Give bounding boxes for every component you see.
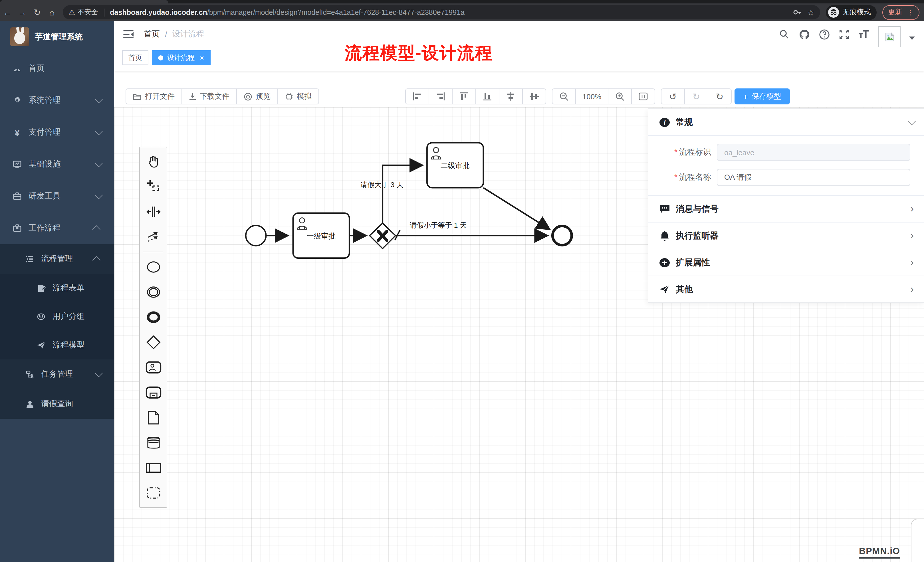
update-label: 更新 [888, 7, 902, 17]
sidebar-item-leave-query[interactable]: 请假查询 [0, 389, 114, 419]
page-header: 首页 / 设计流程 [114, 21, 924, 47]
open-file-button[interactable]: 打开文件 [126, 88, 182, 104]
chevron-down-icon [95, 159, 103, 167]
tab-design-process[interactable]: 设计流程× [152, 50, 210, 65]
reload-icon[interactable]: ↻ [30, 7, 45, 17]
process-name-label: *流程名称 [654, 172, 711, 183]
sidebar-item-process-form[interactable]: 流程表单 [0, 274, 114, 303]
password-key-icon[interactable] [793, 8, 802, 16]
undo-button[interactable]: ↺ [661, 88, 685, 104]
breadcrumb-home[interactable]: 首页 [144, 29, 160, 39]
screen: ← → ↻ ⌂ ⚠不安全 dashboard.yudao.iocoder.cn/… [0, 0, 924, 562]
message-icon [658, 204, 670, 214]
align-bottom-button[interactable] [476, 88, 500, 104]
app-title: 芋道管理系统 [35, 31, 83, 42]
incognito-badge: 无痕模式 [826, 5, 877, 20]
chip-icon [285, 92, 293, 101]
section-message-signal[interactable]: 消息与信号 › [648, 196, 924, 222]
preview-button[interactable]: 预览 [236, 88, 278, 104]
align-right-button[interactable] [429, 88, 453, 104]
process-name-input[interactable] [717, 169, 910, 186]
github-icon[interactable] [798, 28, 810, 40]
back-icon[interactable]: ← [0, 7, 15, 17]
chevron-right-icon: › [910, 257, 914, 268]
chevron-right-icon: › [910, 231, 914, 241]
properties-panel: i 常规 *流程标识 *流程名称 [648, 108, 924, 303]
svg-text:i: i [663, 119, 666, 126]
align-vcenter-button[interactable] [499, 88, 523, 104]
user-task-level2[interactable]: 二级审批 [427, 142, 483, 188]
info-icon: i [658, 117, 670, 127]
sidebar-item-process-model[interactable]: 流程模型 [0, 331, 114, 360]
avatar[interactable] [878, 26, 901, 48]
start-event[interactable] [246, 225, 266, 246]
flow-gateway-to-task2[interactable] [382, 165, 423, 224]
browser-menu-icon[interactable]: ⋮ [907, 9, 914, 15]
app-logo: 芋道管理系统 [0, 21, 114, 52]
zoom-out-button[interactable] [552, 88, 576, 104]
section-execution-listener[interactable]: 执行监听器 › [648, 223, 924, 249]
security-chip[interactable]: ⚠不安全 [69, 7, 98, 17]
simulate-button[interactable]: 模拟 [278, 88, 319, 104]
sidebar-item-workflow[interactable]: 工作流程 [0, 212, 114, 244]
url-bar[interactable]: ⚠不安全 dashboard.yudao.iocoder.cn/bpm/mana… [63, 5, 820, 19]
tab-home[interactable]: 首页 [122, 50, 148, 65]
sidebar-item-home[interactable]: 首页 [0, 52, 114, 84]
process-key-input[interactable] [717, 144, 910, 161]
exclusive-gateway[interactable] [369, 223, 396, 249]
download-file-button[interactable]: 下载文件 [182, 88, 237, 104]
bookmark-star-icon[interactable]: ☆ [807, 8, 814, 17]
align-top-button[interactable] [452, 88, 476, 104]
end-event[interactable] [552, 226, 572, 245]
section-general[interactable]: i 常规 [648, 109, 924, 135]
sidebar-item-task-manage[interactable]: 任务管理 [0, 360, 114, 389]
process-key-label: *流程标识 [654, 147, 711, 157]
section-extended-attrs[interactable]: 扩展属性 › [648, 249, 924, 276]
sidebar-item-user-group[interactable]: 用户分组 [0, 303, 114, 331]
user-task-level1[interactable]: 一级审批 [293, 213, 349, 258]
avatar-dropdown-caret[interactable] [909, 36, 915, 40]
security-label: 不安全 [77, 7, 98, 17]
briefcase-icon [12, 192, 22, 201]
tags-view: 首页 设计流程× [114, 47, 924, 71]
sidebar-item-process-manage[interactable]: 流程管理 [0, 244, 114, 274]
help-icon[interactable] [818, 28, 830, 40]
warning-icon: ⚠ [69, 8, 75, 16]
browser-chrome: ← → ↻ ⌂ ⚠不安全 dashboard.yudao.iocoder.cn/… [0, 0, 924, 21]
download-icon [189, 93, 196, 100]
restart-button[interactable]: ↻ [708, 88, 732, 104]
save-model-button[interactable]: +保存模型 [735, 88, 790, 104]
search-icon[interactable] [778, 28, 790, 40]
briefcase-icon [12, 224, 22, 233]
flow-label-gt3[interactable]: 请假大于 3 天 [360, 181, 404, 189]
align-hcenter-button[interactable] [522, 88, 546, 104]
sidebar-item-devtools[interactable]: 研发工具 [0, 180, 114, 212]
sidebar-collapse-icon[interactable] [123, 30, 134, 39]
align-left-button[interactable] [405, 88, 429, 104]
section-other[interactable]: 其他 › [648, 276, 924, 303]
close-icon[interactable]: × [200, 54, 204, 61]
forward-icon[interactable]: → [15, 7, 30, 17]
sidebar-item-infra[interactable]: 基础设施 [0, 148, 114, 180]
send-icon [658, 284, 670, 294]
chevron-down-icon [908, 117, 916, 125]
url-text[interactable]: dashboard.yudao.iocoder.cn/bpm/manager/m… [110, 8, 789, 16]
flow-label-le1[interactable]: 请假小于等于 1 天 [410, 221, 467, 229]
zoom-in-button[interactable] [608, 88, 632, 104]
browser-update-button[interactable]: 更新 ⋮ [882, 5, 920, 20]
corner-panel-edge [911, 519, 924, 562]
flow-task2-to-end[interactable] [483, 188, 550, 229]
font-size-icon[interactable] [858, 28, 870, 40]
bpmn-canvas[interactable]: 请假大于 3 天 请假小于等于 1 天 一级审批 [114, 107, 924, 562]
zoom-reset-button[interactable] [631, 88, 655, 104]
yen-icon: ¥ [12, 128, 22, 137]
sidebar: 芋道管理系统 首页 系统管理 ¥ 支付管理 基础设施 [0, 21, 114, 562]
sidebar-item-system[interactable]: 系统管理 [0, 84, 114, 116]
fullscreen-icon[interactable] [838, 28, 850, 40]
bpmn-io-watermark[interactable]: BPMN.iO [859, 546, 900, 559]
zoom-level[interactable]: 100% [575, 88, 608, 104]
sidebar-item-pay[interactable]: ¥ 支付管理 [0, 116, 114, 148]
browser-active-tab[interactable] [0, 0, 168, 3]
redo-button[interactable]: ↻ [684, 88, 708, 104]
home-icon[interactable]: ⌂ [45, 7, 59, 17]
